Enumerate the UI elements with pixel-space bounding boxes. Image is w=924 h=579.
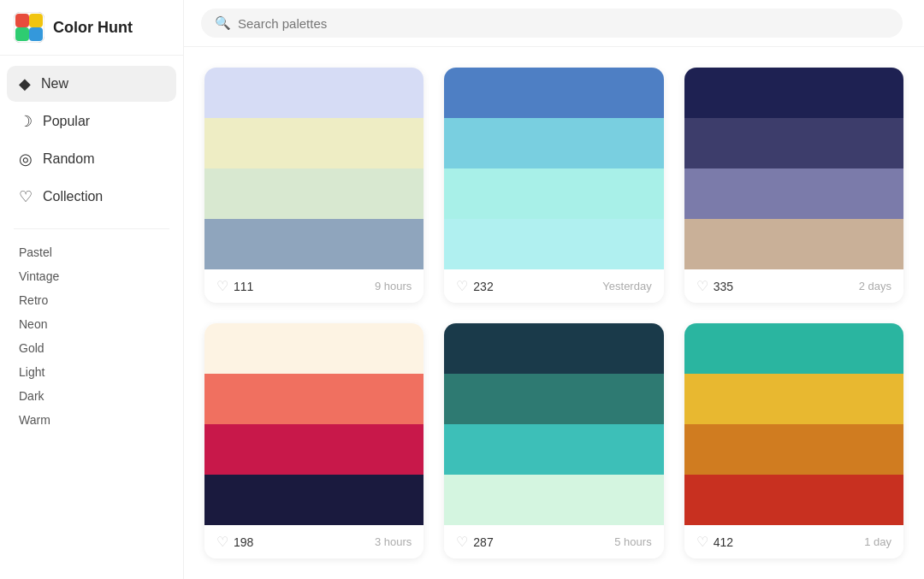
search-bar[interactable]: 🔍 — [201, 9, 903, 38]
color-swatch — [684, 118, 903, 168]
time-label: 1 day — [864, 535, 891, 548]
palette-footer: ♡ 111 9 hours — [204, 269, 424, 303]
palette-card: ♡ 232 Yesterday — [444, 68, 663, 303]
color-swatch — [444, 219, 663, 269]
sidebar-item-label: New — [41, 76, 68, 92]
color-swatch — [204, 475, 424, 525]
like-button[interactable]: ♡ 412 — [696, 534, 733, 550]
color-swatch — [444, 168, 663, 219]
palette-colors — [204, 68, 424, 269]
time-label: 5 hours — [614, 535, 651, 548]
time-label: 9 hours — [375, 280, 412, 292]
color-swatch — [684, 219, 903, 269]
tag-item-warm[interactable]: Warm — [14, 409, 169, 431]
popular-icon: ☽ — [19, 112, 33, 131]
tag-item-dark[interactable]: Dark — [14, 385, 169, 407]
sidebar-item-collection[interactable]: ♡ Collection — [7, 179, 176, 215]
color-swatch — [204, 168, 424, 219]
tag-list: PastelVintageRetroNeonGoldLightDarkWarm — [0, 234, 183, 438]
like-count: 287 — [473, 535, 493, 549]
color-swatch — [444, 68, 663, 118]
tag-item-light[interactable]: Light — [14, 361, 169, 383]
tag-item-retro[interactable]: Retro — [14, 289, 169, 311]
palette-card: ♡ 412 1 day — [684, 323, 903, 558]
logo-area: Color Hunt — [0, 0, 183, 56]
svg-rect-1 — [15, 14, 29, 27]
palette-footer: ♡ 232 Yesterday — [444, 269, 663, 303]
color-swatch — [684, 323, 903, 374]
heart-icon: ♡ — [696, 534, 708, 550]
color-swatch — [204, 424, 424, 475]
color-swatch — [684, 475, 903, 525]
nav-divider — [14, 228, 169, 229]
sidebar: Color Hunt ◆ New ☽ Popular ◎ Random ♡ Co… — [0, 0, 184, 579]
color-swatch — [204, 118, 424, 168]
heart-icon: ♡ — [216, 534, 228, 550]
like-count: 198 — [234, 535, 253, 549]
logo-text: Color Hunt — [53, 19, 133, 37]
svg-rect-4 — [29, 27, 43, 41]
like-button[interactable]: ♡ 198 — [216, 534, 253, 550]
nav-section: ◆ New ☽ Popular ◎ Random ♡ Collection — [0, 56, 183, 223]
search-input[interactable] — [238, 16, 889, 31]
sidebar-item-label: Random — [43, 151, 94, 167]
color-swatch — [444, 323, 663, 374]
top-bar: 🔍 — [184, 0, 924, 47]
tag-item-neon[interactable]: Neon — [14, 313, 169, 335]
color-swatch — [204, 219, 424, 269]
color-swatch — [444, 118, 663, 168]
like-count: 335 — [714, 280, 733, 293]
logo-icon — [14, 12, 44, 43]
new-icon: ◆ — [19, 74, 31, 93]
color-swatch — [444, 475, 663, 525]
color-swatch — [684, 374, 903, 424]
palette-footer: ♡ 198 3 hours — [204, 525, 424, 558]
color-swatch — [444, 424, 663, 475]
color-swatch — [444, 374, 663, 424]
color-swatch — [684, 68, 903, 118]
main-content: 🔍 ♡ 111 9 hours ♡ 232 Yesterday ♡ 335 2 … — [184, 0, 924, 579]
time-label: 2 days — [859, 280, 891, 292]
search-icon: 🔍 — [215, 15, 231, 31]
color-swatch — [204, 323, 424, 374]
tag-item-vintage[interactable]: Vintage — [14, 265, 169, 287]
palette-grid: ♡ 111 9 hours ♡ 232 Yesterday ♡ 335 2 da… — [184, 47, 924, 579]
palette-colors — [444, 68, 663, 269]
color-swatch — [204, 374, 424, 424]
palette-card: ♡ 335 2 days — [684, 68, 903, 303]
collection-icon: ♡ — [19, 187, 33, 206]
sidebar-item-label: Popular — [43, 114, 90, 129]
palette-card: ♡ 198 3 hours — [204, 323, 424, 558]
tag-item-pastel[interactable]: Pastel — [14, 241, 169, 263]
palette-card: ♡ 111 9 hours — [204, 68, 424, 303]
palette-colors — [444, 323, 663, 525]
random-icon: ◎ — [19, 150, 33, 168]
palette-footer: ♡ 412 1 day — [684, 525, 903, 558]
like-count: 412 — [714, 535, 733, 549]
like-button[interactable]: ♡ 335 — [696, 278, 733, 294]
palette-colors — [684, 323, 903, 525]
time-label: 3 hours — [375, 535, 412, 548]
sidebar-item-random[interactable]: ◎ Random — [7, 141, 176, 177]
heart-icon: ♡ — [456, 278, 468, 294]
svg-rect-2 — [29, 14, 43, 27]
time-label: Yesterday — [602, 280, 651, 292]
color-swatch — [684, 168, 903, 219]
like-button[interactable]: ♡ 232 — [456, 278, 493, 294]
palette-card: ♡ 287 5 hours — [444, 323, 663, 558]
like-count: 111 — [234, 280, 253, 293]
heart-icon: ♡ — [216, 278, 228, 294]
color-swatch — [204, 68, 424, 118]
color-swatch — [684, 424, 903, 475]
heart-icon: ♡ — [696, 278, 708, 294]
tag-item-gold[interactable]: Gold — [14, 337, 169, 359]
sidebar-item-popular[interactable]: ☽ Popular — [7, 103, 176, 139]
sidebar-item-new[interactable]: ◆ New — [7, 66, 176, 102]
palette-footer: ♡ 287 5 hours — [444, 525, 663, 558]
like-button[interactable]: ♡ 287 — [456, 534, 493, 550]
sidebar-item-label: Collection — [43, 189, 103, 204]
svg-rect-3 — [15, 27, 29, 41]
like-button[interactable]: ♡ 111 — [216, 278, 253, 294]
like-count: 232 — [473, 280, 493, 293]
palette-colors — [684, 68, 903, 269]
